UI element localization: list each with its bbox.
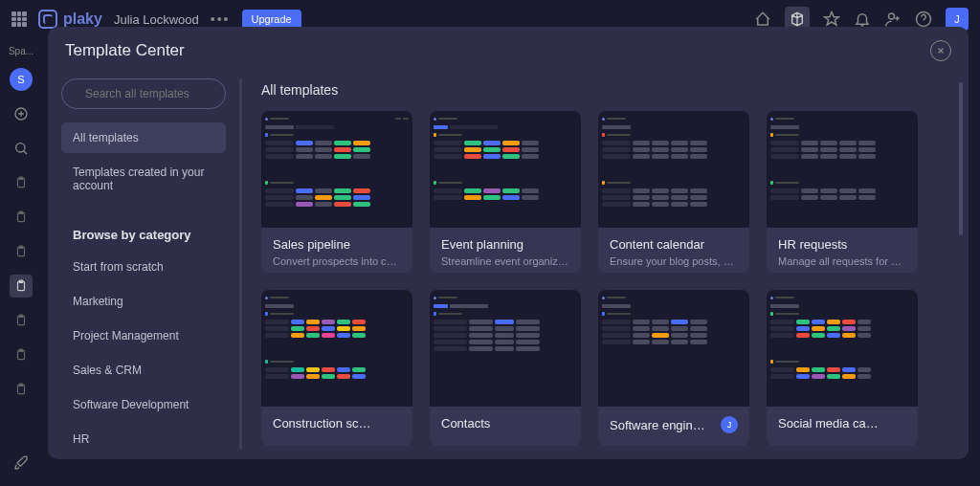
template-card-content-calendar[interactable]: Content calendar Ensure your blog posts,… bbox=[598, 111, 749, 273]
svg-point-3 bbox=[16, 144, 25, 152]
template-desc: Ensure your blog posts, pub… bbox=[610, 255, 738, 267]
template-desc: Manage all requests for a v… bbox=[778, 255, 906, 267]
close-button[interactable] bbox=[930, 40, 951, 61]
modal-title: Template Center bbox=[65, 41, 185, 60]
help-icon[interactable] bbox=[915, 11, 932, 28]
template-title: Event planning bbox=[441, 237, 569, 252]
template-title: Construction sc… bbox=[273, 416, 401, 431]
add-icon[interactable] bbox=[10, 102, 33, 125]
search-input[interactable] bbox=[85, 87, 229, 100]
close-icon bbox=[936, 46, 946, 55]
template-thumbnail bbox=[767, 290, 918, 407]
home-icon[interactable] bbox=[754, 11, 771, 28]
clipboard-icon[interactable] bbox=[10, 343, 33, 366]
template-thumbnail bbox=[430, 290, 581, 407]
template-desc: Convert prospects into cust… bbox=[273, 255, 401, 267]
category-software[interactable]: Software Development bbox=[61, 389, 226, 420]
template-title: Social media ca… bbox=[778, 416, 906, 431]
template-thumbnail bbox=[430, 111, 581, 228]
template-thumbnail bbox=[261, 290, 412, 407]
clipboard-icon-active[interactable] bbox=[10, 275, 33, 298]
template-card-hr-requests[interactable]: HR requests Manage all requests for a v… bbox=[767, 111, 918, 273]
templates-area: All templates bbox=[242, 69, 969, 459]
clipboard-icon[interactable] bbox=[10, 240, 33, 263]
rocket-icon[interactable] bbox=[10, 452, 33, 475]
template-title: Contacts bbox=[441, 416, 569, 431]
sidebar-item-all-templates[interactable]: All templates bbox=[61, 122, 226, 153]
app-switcher-icon[interactable] bbox=[11, 11, 27, 27]
sidenav-label: Spa... bbox=[9, 46, 33, 56]
clipboard-icon[interactable] bbox=[10, 206, 33, 229]
bell-icon[interactable] bbox=[854, 11, 871, 28]
category-scratch[interactable]: Start from scratch bbox=[61, 252, 226, 282]
template-card-contacts[interactable]: Contacts bbox=[430, 290, 581, 446]
category-pm[interactable]: Project Management bbox=[61, 320, 226, 351]
template-card-event-planning[interactable]: Event planning Streamline event organiza… bbox=[430, 111, 581, 273]
category-marketing[interactable]: Marketing bbox=[61, 286, 226, 317]
template-title: Software engin… bbox=[610, 418, 705, 432]
category-heading: Browse by category bbox=[61, 220, 226, 248]
templates-grid: Sales pipeline Convert prospects into cu… bbox=[261, 111, 969, 446]
template-card-social-media[interactable]: Social media ca… bbox=[767, 290, 918, 446]
templates-heading: All templates bbox=[261, 82, 969, 98]
template-title: Sales pipeline bbox=[273, 237, 401, 252]
workspace-badge[interactable]: S bbox=[10, 68, 33, 91]
more-dots-icon[interactable]: ••• bbox=[211, 11, 231, 27]
template-card-construction[interactable]: Construction sc… bbox=[261, 290, 412, 446]
left-sidenav: Spa... S bbox=[0, 38, 42, 486]
content-scrollbar[interactable] bbox=[959, 82, 963, 235]
template-owner-avatar: J bbox=[721, 416, 738, 433]
clipboard-icon[interactable] bbox=[10, 309, 33, 332]
category-hr[interactable]: HR bbox=[61, 424, 226, 454]
modal-header: Template Center bbox=[48, 27, 969, 69]
upgrade-button[interactable]: Upgrade bbox=[242, 10, 301, 29]
username[interactable]: Julia Lockwood bbox=[114, 12, 199, 27]
search-nav-icon[interactable] bbox=[10, 137, 33, 160]
template-title: HR requests bbox=[778, 237, 906, 252]
search-input-wrap[interactable] bbox=[61, 78, 226, 109]
template-thumbnail bbox=[598, 111, 749, 228]
modal-sidebar: All templates Templates created in your … bbox=[48, 69, 239, 459]
template-thumbnail bbox=[598, 290, 749, 407]
template-center-modal: Template Center All templates Templates … bbox=[48, 27, 969, 459]
invite-user-icon[interactable] bbox=[884, 11, 902, 28]
app-logo[interactable]: plaky bbox=[38, 10, 102, 29]
app-name: plaky bbox=[63, 11, 102, 28]
sidebar-item-created[interactable]: Templates created in your account bbox=[61, 157, 226, 201]
clipboard-icon[interactable] bbox=[10, 171, 33, 194]
template-card-software-engineering[interactable]: Software engin… J bbox=[598, 290, 749, 446]
template-card-sales-pipeline[interactable]: Sales pipeline Convert prospects into cu… bbox=[261, 111, 412, 273]
logo-icon bbox=[38, 10, 57, 29]
clipboard-icon[interactable] bbox=[10, 378, 33, 401]
template-title: Content calendar bbox=[610, 237, 738, 252]
template-desc: Streamline event organizati… bbox=[441, 255, 569, 267]
template-thumbnail bbox=[767, 111, 918, 228]
svg-point-0 bbox=[889, 13, 895, 19]
template-thumbnail bbox=[261, 111, 412, 228]
category-sales[interactable]: Sales & CRM bbox=[61, 355, 226, 386]
star-icon[interactable] bbox=[823, 11, 840, 28]
